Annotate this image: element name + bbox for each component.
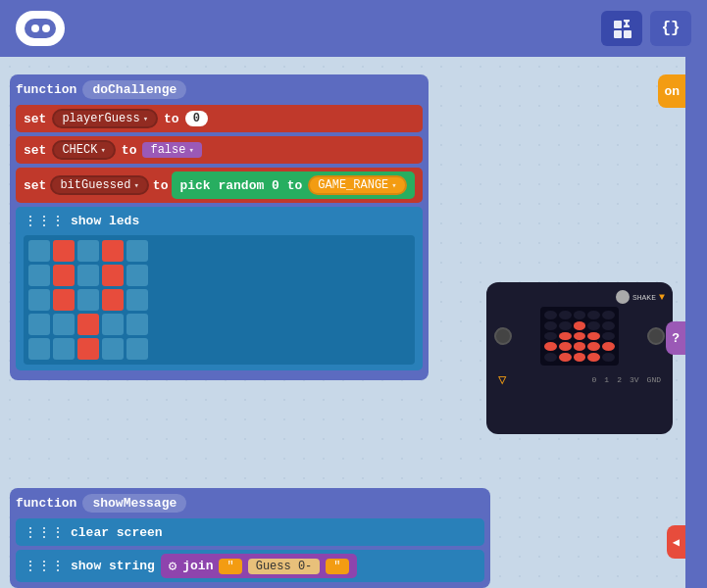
led-4-0 [28, 338, 50, 360]
led-1-2 [77, 265, 99, 286]
value-0[interactable]: 0 [185, 111, 208, 126]
function-showmessage[interactable]: function showMessage ⋮⋮⋮ clear screen ⋮⋮… [10, 488, 490, 588]
canvas[interactable]: function doChallenge set playerGuess ▾ t… [0, 57, 707, 588]
code-icon-btn[interactable]: {} [650, 11, 691, 46]
bottom-right-partial[interactable]: ◀ [667, 525, 685, 559]
mb-led-4-2 [574, 353, 586, 362]
led-4-2 [77, 338, 99, 360]
mb-led-0-2 [574, 311, 586, 319]
mb-led-0-3 [587, 311, 600, 319]
logo-inner [25, 19, 56, 38]
led-0-3 [102, 240, 124, 262]
microbit-btn-a[interactable] [494, 327, 512, 345]
false-value[interactable]: false ▾ [142, 142, 201, 158]
show-string-stmt[interactable]: ⋮⋮⋮ show string ⚙ join " Guess 0- " [16, 550, 484, 582]
pin-3v-label: 3V [630, 375, 639, 384]
pin-0-label: 0 [592, 375, 597, 384]
svg-rect-1 [614, 30, 622, 38]
logo-dot-left [31, 24, 39, 32]
mb-led-4-4 [602, 353, 615, 362]
mb-led-3-1 [559, 342, 572, 351]
mb-led-1-4 [602, 321, 615, 330]
function-name-1[interactable]: doChallenge [82, 80, 186, 99]
led-1-4 [126, 265, 148, 286]
mb-led-3-2 [574, 342, 586, 351]
playerguess-var[interactable]: playerGuess ▾ [52, 109, 158, 128]
function-keyword-1: function [16, 82, 76, 97]
quote-open-icon: " [219, 559, 241, 574]
quote-close-icon: " [326, 559, 348, 574]
gamerange-arrow: ▾ [391, 180, 396, 191]
led-3-0 [28, 314, 50, 335]
led-0-4 [126, 240, 148, 262]
show-string-icon: ⋮⋮⋮ [24, 558, 65, 574]
mb-led-0-1 [559, 311, 572, 319]
function-header-2: function showMessage [16, 494, 484, 513]
set-check-stmt[interactable]: set CHECK ▾ to false ▾ [16, 136, 423, 164]
led-1-1 [53, 265, 75, 286]
mb-led-2-1 [559, 332, 572, 341]
led-2-4 [126, 289, 148, 311]
to-1: to [164, 112, 179, 126]
function-name-2[interactable]: showMessage [82, 494, 186, 513]
show-leds-block[interactable]: ⋮⋮⋮ show leds [16, 207, 423, 370]
mb-led-0-0 [544, 311, 557, 319]
mb-led-3-0 [544, 342, 557, 351]
logo-button[interactable] [16, 11, 65, 46]
led-0-0 [28, 240, 50, 262]
mb-led-2-2 [574, 332, 586, 341]
mb-led-1-3 [587, 321, 600, 330]
clear-screen-label: clear screen [71, 525, 163, 540]
microbit-btn-b[interactable] [647, 327, 665, 345]
question-block-partial[interactable]: ? [666, 321, 685, 355]
bitguessed-var[interactable]: bitGuessed ▾ [50, 175, 148, 195]
microbit-shake: SHAKE ▼ [616, 290, 665, 304]
mb-led-1-0 [544, 321, 557, 330]
svg-rect-0 [614, 21, 622, 28]
microbit-device: SHAKE ▼ ▽ 0 1 2 3V GND [486, 282, 673, 434]
show-string-label: show string [71, 559, 155, 573]
download-icon: ▼ [659, 292, 665, 303]
mb-led-2-4 [602, 332, 615, 341]
mb-led-3-3 [587, 342, 600, 351]
on-label: on [664, 84, 680, 99]
led-3-2 [77, 314, 99, 335]
pin-2-label: 2 [617, 375, 622, 384]
code-icon: {} [661, 20, 680, 37]
game-range-var[interactable]: GAME_RANGE ▾ [308, 175, 406, 195]
grid-icon: ⋮⋮⋮ [24, 213, 65, 229]
mb-led-1-2 [574, 321, 586, 330]
show-leds-label: show leds [71, 214, 139, 228]
to-3: to [153, 178, 169, 193]
main-area: function doChallenge set playerGuess ▾ t… [0, 57, 707, 588]
pick-random-text: pick random 0 to [179, 178, 302, 193]
join-label: join [182, 559, 213, 573]
set-kw-2: set [24, 143, 46, 158]
mb-led-4-3 [587, 353, 600, 362]
function-dochallenge[interactable]: function doChallenge set playerGuess ▾ t… [10, 74, 429, 380]
set-playerguess-stmt[interactable]: set playerGuess ▾ to 0 [16, 105, 423, 132]
pick-random-block[interactable]: pick random 0 to GAME_RANGE ▾ [172, 172, 414, 199]
led-2-2 [77, 289, 99, 311]
top-bar: {} [0, 0, 707, 57]
join-settings-icon: ⚙ [169, 558, 177, 574]
mb-led-2-3 [587, 332, 600, 341]
join-block[interactable]: ⚙ join " Guess 0- " [161, 554, 357, 578]
set-bitguessed-stmt[interactable]: set bitGuessed ▾ to pick random 0 to GAM… [16, 168, 423, 203]
on-block-partial[interactable]: on [658, 74, 685, 108]
microbit-triangle-icon: ▽ [498, 371, 506, 388]
pin-1-label: 1 [604, 375, 609, 384]
string-value: Guess 0- [248, 559, 321, 574]
led-4-4 [126, 338, 148, 360]
led-2-0 [28, 289, 50, 311]
led-grid [24, 235, 415, 365]
led-2-1 [53, 289, 75, 311]
bottom-right-label: ◀ [673, 536, 680, 550]
check-var[interactable]: CHECK ▾ [52, 140, 115, 160]
puzzle-icon-btn[interactable] [601, 11, 642, 46]
led-1-3 [102, 265, 124, 286]
led-3-4 [126, 314, 148, 335]
led-1-0 [28, 265, 50, 286]
clear-screen-stmt[interactable]: ⋮⋮⋮ clear screen [16, 518, 484, 546]
led-0-2 [77, 240, 99, 262]
